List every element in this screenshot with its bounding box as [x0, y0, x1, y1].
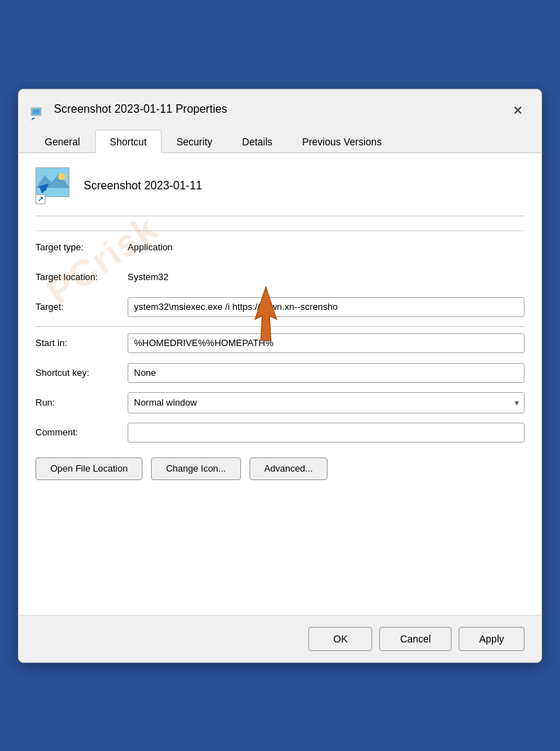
svg-rect-1	[33, 109, 40, 114]
file-header: ↗ Screenshot 2023-01-11	[35, 167, 525, 216]
target-row: Target:	[35, 296, 525, 318]
divider-2	[35, 326, 525, 327]
start-in-label: Start in:	[35, 338, 128, 348]
target-location-label: Target location:	[35, 272, 128, 282]
file-name: Screenshot 2023-01-11	[84, 179, 202, 192]
file-icon: ↗	[35, 167, 72, 204]
start-in-row: Start in:	[35, 333, 525, 354]
svg-point-4	[58, 173, 65, 180]
target-type-label: Target type:	[35, 242, 128, 252]
advanced-button[interactable]: Advanced...	[250, 457, 328, 480]
bottom-bar: OK Cancel Apply	[18, 615, 542, 662]
change-icon-button[interactable]: Change Icon...	[151, 457, 241, 480]
apply-button[interactable]: Apply	[459, 627, 525, 651]
target-type-value: Application	[128, 242, 173, 252]
tab-details[interactable]: Details	[228, 130, 288, 153]
run-label: Run:	[35, 397, 128, 408]
shortcut-key-input[interactable]	[128, 363, 525, 383]
target-location-row: Target location: System32	[35, 267, 525, 288]
ok-button[interactable]: OK	[308, 627, 372, 651]
run-select[interactable]: Normal window Minimized Maximized	[128, 392, 525, 413]
window-title: Screenshot 2023-01-11 Properties	[54, 103, 498, 124]
start-in-input[interactable]	[128, 333, 525, 353]
close-button[interactable]: ✕	[505, 98, 530, 123]
target-location-value: System32	[128, 272, 169, 282]
tab-general[interactable]: General	[30, 130, 95, 153]
cancel-button[interactable]: Cancel	[379, 627, 452, 651]
shortcut-arrow-icon: ↗	[35, 194, 45, 204]
divider-1	[35, 230, 525, 231]
target-input[interactable]	[128, 297, 525, 317]
tab-bar: General Shortcut Security Details Previo…	[18, 129, 542, 153]
comment-input[interactable]	[128, 423, 525, 443]
open-file-location-button[interactable]: Open File Location	[35, 457, 142, 480]
tab-shortcut[interactable]: Shortcut	[95, 130, 162, 153]
shortcut-key-label: Shortcut key:	[35, 367, 128, 378]
action-buttons: Open File Location Change Icon... Advanc…	[35, 457, 525, 480]
run-row: Run: Normal window Minimized Maximized ▾	[35, 392, 525, 413]
window-icon	[30, 105, 47, 122]
target-label: Target:	[35, 301, 128, 312]
spacer-area	[35, 487, 525, 601]
shortcut-key-row: Shortcut key:	[35, 362, 525, 384]
comment-label: Comment:	[35, 427, 128, 438]
tab-security[interactable]: Security	[162, 130, 228, 153]
run-select-wrapper: Normal window Minimized Maximized ▾	[128, 392, 525, 413]
comment-row: Comment:	[35, 422, 525, 443]
target-type-row: Target type: Application	[35, 237, 525, 258]
tab-previous-versions[interactable]: Previous Versions	[287, 130, 396, 153]
